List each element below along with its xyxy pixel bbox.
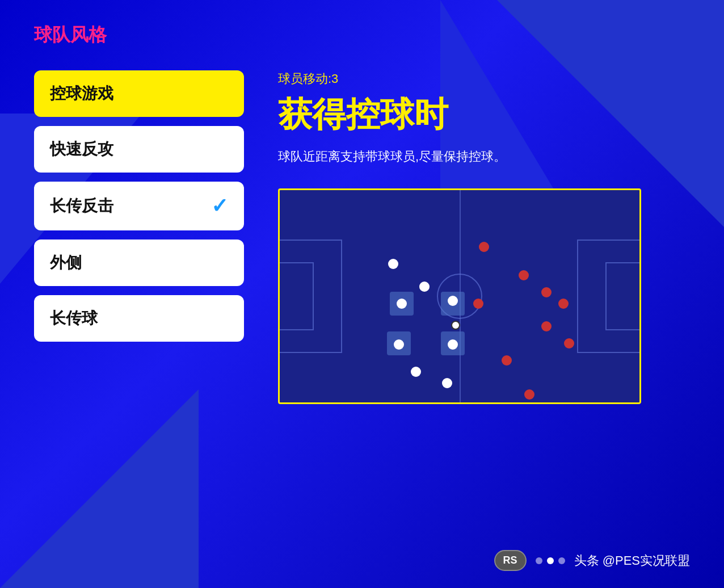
player-white-1 (388, 259, 398, 269)
menu-item-label-counter: 快速反攻 (50, 138, 113, 160)
player-red-6 (541, 321, 552, 331)
menu-item-label-possession: 控球游戏 (50, 83, 113, 104)
penalty-right (577, 240, 639, 353)
player-white-8 (442, 378, 452, 388)
player-move-label: 球员移动:3 (278, 70, 690, 87)
menu-item-wide[interactable]: 外侧 (34, 240, 244, 286)
field-diagram (278, 188, 641, 404)
menu-item-counter[interactable]: 快速反攻 (34, 126, 244, 173)
player-red-4 (558, 299, 569, 309)
penalty-left (280, 240, 342, 353)
menu-item-label-long-counter: 长传反击 (50, 195, 113, 217)
player-red-8 (502, 355, 512, 366)
ball (451, 321, 460, 330)
menu-item-long-counter[interactable]: 长传反击 ✓ (34, 182, 244, 230)
section-description: 球队近距离支持带球球员,尽量保持控球。 (278, 147, 690, 166)
menu-item-label-wide: 外侧 (50, 252, 82, 274)
menu-item-possession[interactable]: 控球游戏 (34, 70, 244, 117)
player-white-4 (448, 296, 458, 306)
player-red-9 (524, 389, 534, 400)
player-red-2 (519, 270, 529, 280)
player-white-5 (394, 339, 404, 350)
player-white-6 (448, 339, 458, 350)
player-red-3 (541, 287, 552, 297)
right-panel: 球员移动:3 获得控球时 球队近距离支持带球球员,尽量保持控球。 (278, 70, 690, 404)
page-title: 球队风格 (34, 23, 690, 48)
player-white-3 (397, 299, 407, 309)
player-red-7 (564, 338, 574, 348)
player-red-5 (473, 299, 483, 309)
check-icon: ✓ (211, 194, 228, 218)
player-red-1 (479, 242, 489, 252)
menu-item-label-long-ball: 长传球 (50, 308, 98, 329)
player-white-2 (419, 282, 430, 292)
section-title: 获得控球时 (278, 92, 690, 138)
menu-list: 控球游戏 快速反攻 长传反击 ✓ 外侧 长传球 (34, 70, 244, 342)
player-white-7 (411, 367, 421, 377)
menu-item-long-ball[interactable]: 长传球 (34, 295, 244, 342)
